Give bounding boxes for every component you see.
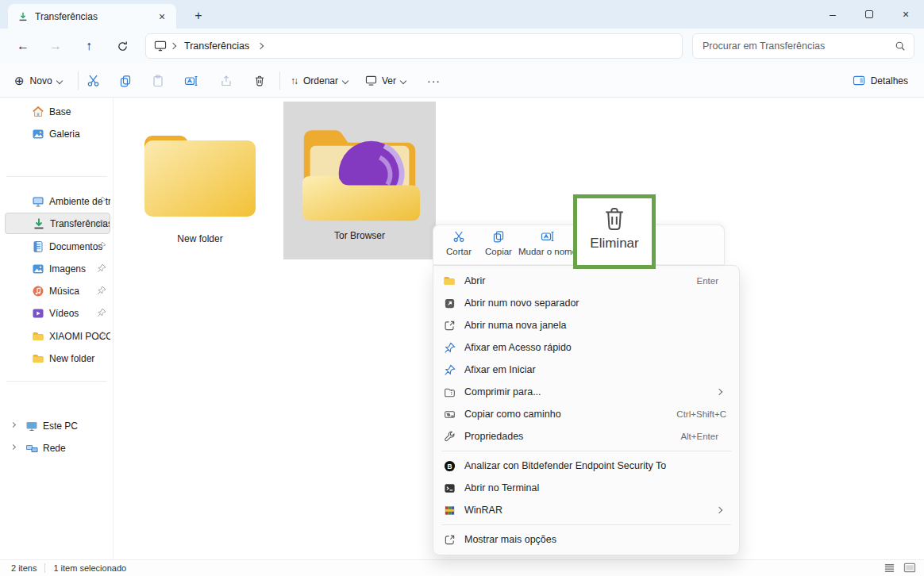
- paste-button[interactable]: [146, 69, 170, 92]
- delete-command-highlight[interactable]: Eliminar: [573, 194, 656, 269]
- sidebar-item-galeria[interactable]: Galeria: [5, 123, 110, 144]
- menu-item-abrir[interactable]: Abrir Enter: [433, 270, 739, 292]
- copy-button[interactable]: [114, 69, 137, 92]
- svg-text:B: B: [447, 462, 452, 470]
- navigation-pane: Base Galeria Ambiente de tra: [0, 98, 114, 559]
- cut-command[interactable]: Cortar: [441, 230, 476, 256]
- refresh-button[interactable]: [110, 35, 134, 57]
- expand-chevron-icon[interactable]: [10, 422, 16, 428]
- menu-item-afixar-iniciar[interactable]: Afixar em Iniciar: [433, 359, 739, 381]
- copy-label: Copiar: [485, 247, 512, 256]
- minimize-button[interactable]: –: [814, 0, 851, 29]
- sidebar-item-transferencias[interactable]: Transferências: [5, 213, 110, 234]
- sidebar-item-imagens[interactable]: Imagens: [5, 258, 110, 279]
- sidebar-item-videos[interactable]: Vídeos: [5, 302, 110, 324]
- menu-item-propriedades[interactable]: Propriedades Alt+Enter: [433, 425, 739, 447]
- menu-item-winrar[interactable]: WinRAR: [433, 499, 739, 521]
- list-view-toggle-icon[interactable]: [884, 563, 895, 573]
- menu-item-comprimir-para[interactable]: Comprimir para...: [433, 381, 739, 403]
- pin-icon: [97, 196, 106, 205]
- copy-command[interactable]: Copiar: [481, 230, 516, 256]
- menu-item-abrir-novo-separador[interactable]: Abrir num novo separador: [433, 292, 739, 314]
- sidebar-item-label: New folder: [49, 353, 110, 364]
- menu-shortcut: Enter: [697, 276, 719, 286]
- videos-icon: [32, 307, 44, 320]
- terminal-icon: [443, 482, 456, 494]
- sidebar-item-label: Este PC: [43, 420, 110, 432]
- thumbnail-view-toggle-icon[interactable]: [903, 563, 916, 573]
- forward-button[interactable]: →: [44, 35, 67, 57]
- search-box[interactable]: [692, 33, 914, 59]
- menu-item-mostrar-mais-opcoes[interactable]: Mostrar mais opções: [433, 528, 739, 551]
- expand-chevron-icon[interactable]: [10, 444, 16, 450]
- submenu-chevron-icon: [716, 389, 722, 395]
- maximize-button[interactable]: [851, 0, 887, 29]
- this-pc-icon: [25, 420, 38, 432]
- sidebar-item-xiaomi-poco-f[interactable]: XIAOMI POCO F: [5, 325, 110, 347]
- sort-icon: ↑↓: [291, 75, 297, 86]
- sidebar-item-documentos[interactable]: Documentos: [5, 236, 110, 257]
- selection-count: 1 item selecionado: [53, 563, 126, 573]
- cut-icon: [452, 230, 465, 243]
- menu-separator: [441, 451, 731, 451]
- folder-icon: [137, 111, 264, 230]
- view-button[interactable]: Ver: [359, 69, 414, 92]
- toolbar-divider: [78, 71, 79, 90]
- tab-close-button[interactable]: ×: [154, 9, 170, 25]
- delete-button[interactable]: [248, 69, 271, 92]
- sidebar-item-base[interactable]: Base: [5, 101, 110, 122]
- breadcrumb-chevron-icon: [170, 43, 176, 49]
- up-button[interactable]: ↑: [77, 35, 101, 57]
- file-tile-new-folder[interactable]: New folder: [124, 102, 276, 259]
- rename-button[interactable]: [179, 69, 203, 92]
- breadcrumb-chevron-icon[interactable]: [257, 43, 264, 49]
- pin-icon: [97, 331, 106, 340]
- submenu-chevron-icon: [716, 507, 722, 513]
- search-icon[interactable]: [895, 40, 906, 52]
- sidebar-item-ambiente-de-trabalho[interactable]: Ambiente de tra: [5, 190, 110, 212]
- menu-item-label: Propriedades: [464, 431, 680, 442]
- status-divider: [44, 563, 45, 573]
- file-name: Tor Browser: [334, 230, 385, 241]
- new-tab-button[interactable]: +: [189, 6, 208, 25]
- new-button[interactable]: ⊕ Novo: [10, 69, 71, 92]
- menu-item-label: Abrir: [464, 275, 697, 286]
- this-pc-breadcrumb-icon: [154, 40, 167, 52]
- pin-icon: [97, 308, 106, 317]
- share-button[interactable]: [214, 69, 238, 92]
- menu-item-copiar-como-caminho[interactable]: Copiar como caminho Ctrl+Shift+C: [433, 403, 739, 425]
- breadcrumb-segment[interactable]: Transferências: [184, 40, 249, 52]
- navigation-bar: ← → ↑ Transferências: [0, 29, 924, 63]
- pin-icon: [97, 263, 106, 273]
- folder-icon: [32, 352, 44, 365]
- sidebar-item-rede[interactable]: Rede: [5, 437, 110, 459]
- open-new-tab-icon: [443, 297, 456, 309]
- sidebar-item-new-folder[interactable]: New folder: [5, 348, 110, 369]
- search-input[interactable]: [703, 40, 895, 52]
- see-more-button[interactable]: ···: [422, 69, 445, 92]
- menu-item-bitdefender-scan[interactable]: B Analizar con Bitdefender Endpoint Secu…: [433, 455, 739, 477]
- cut-button[interactable]: [81, 69, 105, 92]
- downloads-icon: [33, 217, 45, 230]
- zip-folder-icon: [443, 386, 456, 398]
- open-folder-icon: [443, 275, 456, 287]
- gallery-icon: [32, 128, 44, 140]
- back-button[interactable]: ←: [11, 35, 35, 57]
- window-controls: – ×: [814, 0, 924, 29]
- delete-icon: [252, 74, 267, 88]
- sidebar-item-musica[interactable]: Música: [5, 280, 110, 301]
- file-tile-tor-browser[interactable]: Tor Browser: [283, 102, 436, 259]
- address-bar[interactable]: Transferências: [145, 33, 683, 59]
- menu-item-afixar-acesso-rapido[interactable]: Afixar em Acesso rápido: [433, 336, 739, 359]
- explorer-tab[interactable]: Transferências ×: [8, 4, 176, 29]
- menu-item-abrir-nova-janela[interactable]: Abrir numa nova janela: [433, 314, 739, 336]
- pictures-icon: [32, 263, 44, 275]
- sidebar-item-este-pc[interactable]: Este PC: [5, 415, 110, 436]
- sort-button[interactable]: ↑↓ Ordenar: [286, 69, 356, 92]
- network-icon: [25, 442, 38, 455]
- menu-item-abrir-no-terminal[interactable]: Abrir no Terminal: [433, 477, 739, 499]
- close-button[interactable]: ×: [887, 0, 924, 29]
- details-pane-button[interactable]: Detalhes: [847, 69, 913, 92]
- sidebar-separator: [6, 381, 107, 382]
- rename-command[interactable]: Mudar o nome: [519, 230, 576, 256]
